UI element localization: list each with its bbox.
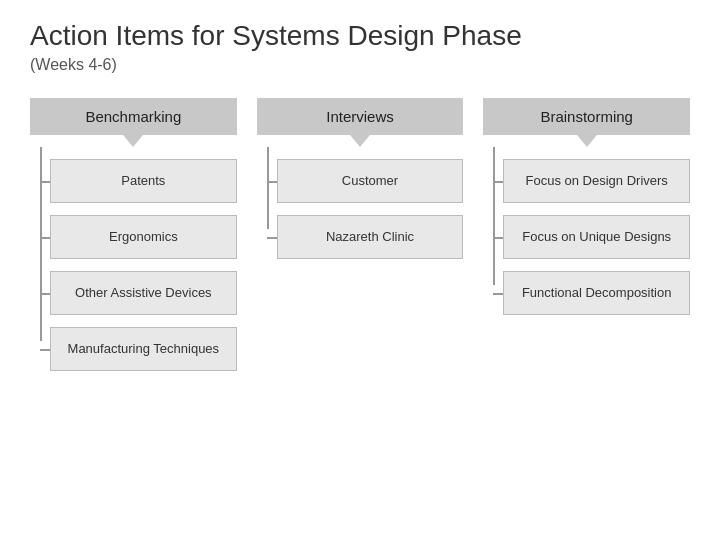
column-interviews: Interviews Customer Nazareth Clinic [257,98,464,259]
category-header-brainstorming: Brainstorming [483,98,690,135]
page-subtitle: (Weeks 4-6) [30,56,690,74]
list-item: Focus on Unique Designs [503,215,690,259]
list-item: Nazareth Clinic [277,215,464,259]
item-customer: Customer [277,159,464,203]
list-item: Manufacturing Techniques [50,327,237,371]
item-focus-unique-designs: Focus on Unique Designs [503,215,690,259]
arrow-interviews [350,135,370,147]
list-item: Functional Decomposition [503,271,690,315]
list-item: Patents [50,159,237,203]
item-other-assistive: Other Assistive Devices [50,271,237,315]
item-ergonomics: Ergonomics [50,215,237,259]
item-patents: Patents [50,159,237,203]
item-manufacturing: Manufacturing Techniques [50,327,237,371]
category-header-interviews: Interviews [257,98,464,135]
category-body-benchmarking: Patents Ergonomics Other Assistive Devic… [30,147,237,371]
item-functional-decomposition: Functional Decomposition [503,271,690,315]
list-item: Ergonomics [50,215,237,259]
arrow-benchmarking [123,135,143,147]
columns-container: Benchmarking Patents Ergonomics Other As… [30,98,690,371]
column-benchmarking: Benchmarking Patents Ergonomics Other As… [30,98,237,371]
category-body-brainstorming: Focus on Design Drivers Focus on Unique … [483,147,690,315]
arrow-brainstorming [577,135,597,147]
list-item: Customer [277,159,464,203]
category-body-interviews: Customer Nazareth Clinic [257,147,464,259]
column-brainstorming: Brainstorming Focus on Design Drivers Fo… [483,98,690,315]
list-item: Focus on Design Drivers [503,159,690,203]
item-focus-design-drivers: Focus on Design Drivers [503,159,690,203]
category-header-benchmarking: Benchmarking [30,98,237,135]
list-item: Other Assistive Devices [50,271,237,315]
page-title: Action Items for Systems Design Phase [30,20,690,52]
item-nazareth-clinic: Nazareth Clinic [277,215,464,259]
